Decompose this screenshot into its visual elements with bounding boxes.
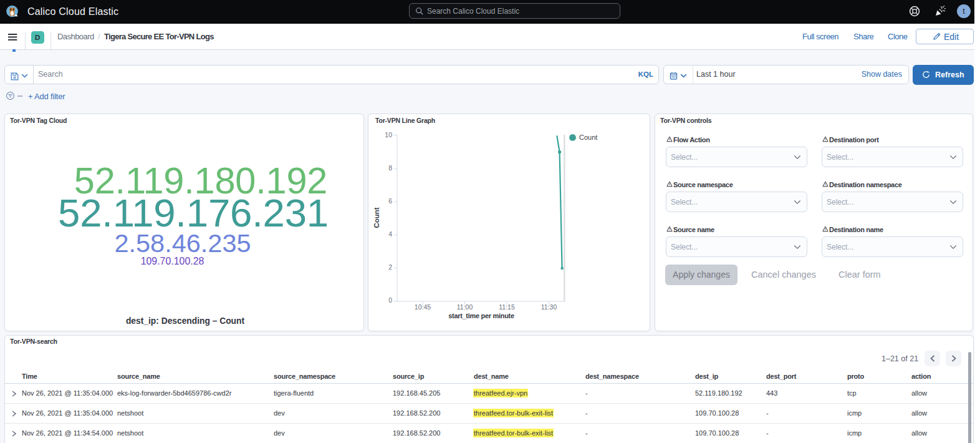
svg-text:10:45: 10:45 bbox=[415, 303, 431, 311]
svg-text:0: 0 bbox=[388, 296, 392, 304]
svg-text:11:00: 11:00 bbox=[457, 303, 473, 311]
svg-text:8: 8 bbox=[388, 164, 392, 172]
svg-text:2: 2 bbox=[388, 263, 392, 271]
svg-text:11:15: 11:15 bbox=[499, 303, 515, 311]
svg-text:4: 4 bbox=[388, 230, 392, 238]
svg-text:10: 10 bbox=[385, 131, 392, 139]
svg-text:Count: Count bbox=[373, 207, 380, 228]
svg-text:6: 6 bbox=[388, 197, 392, 205]
svg-text:11:30: 11:30 bbox=[541, 303, 557, 311]
svg-text:start_time per minute: start_time per minute bbox=[448, 312, 514, 319]
svg-text:Count: Count bbox=[579, 134, 597, 141]
